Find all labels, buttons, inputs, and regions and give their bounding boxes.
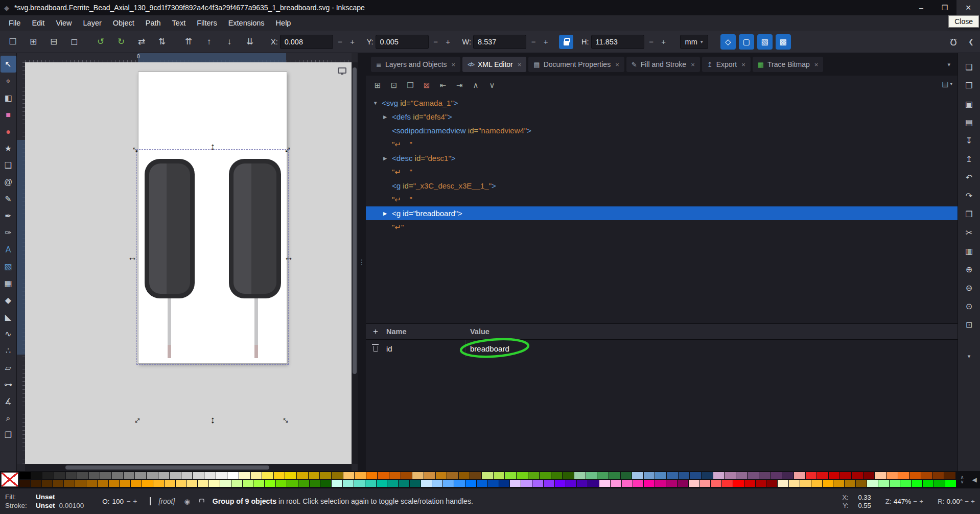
palette-swatch[interactable]	[170, 472, 181, 479]
attribute-row[interactable]: id breadboard	[366, 340, 958, 357]
palette-swatch[interactable]	[690, 472, 701, 479]
raise-to-top-icon[interactable]: ⇈	[180, 34, 197, 50]
palette-swatch[interactable]	[276, 480, 287, 487]
print-document-icon[interactable]: ▤	[961, 114, 977, 130]
palette-swatch[interactable]	[840, 472, 851, 479]
menu-view[interactable]: View	[50, 15, 77, 31]
xml-node-row[interactable]: <sodipodi:namedview id="namedview4">	[366, 124, 958, 137]
move-node-up-icon[interactable]: ∧	[468, 78, 483, 92]
palette-swatch[interactable]	[563, 472, 574, 479]
palette-swatch[interactable]	[320, 472, 331, 479]
close-tab-icon[interactable]: ×	[615, 61, 619, 68]
palette-swatch[interactable]	[782, 472, 794, 479]
add-attribute-button[interactable]: +	[370, 326, 381, 337]
palette-swatch[interactable]	[377, 480, 387, 487]
palette-swatch[interactable]	[186, 480, 197, 487]
vertical-scrollbar[interactable]	[352, 62, 358, 464]
pen-tool[interactable]: ✒	[1, 207, 16, 224]
eraser-tool[interactable]: ▱	[1, 359, 16, 376]
palette-swatch[interactable]	[31, 472, 42, 479]
palette-swatch[interactable]	[112, 472, 123, 479]
units-dropdown[interactable]: mm ▾	[680, 35, 708, 49]
palette-swatch[interactable]	[98, 480, 108, 487]
palette-swatch[interactable]	[713, 472, 725, 479]
palette-swatch[interactable]	[510, 480, 521, 487]
palette-swatch[interactable]	[574, 472, 586, 479]
zoom-out-icon[interactable]: ⊖	[961, 280, 977, 296]
xml-text-node-row[interactable]: "↵ "	[366, 193, 958, 206]
scale-handle-w[interactable]: ↔	[127, 252, 138, 263]
height-input[interactable]	[591, 35, 644, 49]
xml-node-row[interactable]: ▼<svg id="Camada_1">	[366, 96, 958, 110]
menu-file[interactable]: File	[3, 15, 26, 31]
palette-swatch[interactable]	[555, 480, 566, 487]
pages-tool[interactable]: ❐	[1, 427, 16, 443]
x-plus-button[interactable]: +	[347, 35, 358, 49]
palette-swatch[interactable]	[42, 472, 54, 479]
snap-controls-icon[interactable]: Ω	[945, 34, 962, 50]
palette-swatch[interactable]	[852, 472, 863, 479]
tab-trace-bitmap[interactable]: ▦ Trace Bitmap ×	[753, 57, 824, 72]
palette-swatch[interactable]	[733, 480, 744, 487]
selection-cue-icon[interactable]: ◻	[65, 34, 83, 50]
measure-tool[interactable]: ∡	[1, 393, 16, 410]
palette-swatch[interactable]	[778, 480, 788, 487]
xml-node-row[interactable]: <g id="_x3C_desc_x3E__1_">	[366, 179, 958, 193]
delete-node-icon[interactable]: ⊠	[419, 78, 434, 92]
paste-icon[interactable]: ▥	[961, 243, 977, 259]
collapse-toolbar-icon[interactable]: ❮	[968, 38, 974, 45]
palette-swatch[interactable]	[588, 480, 599, 487]
rotation-plus-button[interactable]: +	[971, 498, 975, 505]
palette-swatch[interactable]	[204, 472, 216, 479]
opacity-minus-button[interactable]: −	[126, 497, 130, 505]
x-input[interactable]	[280, 35, 333, 49]
palette-swatch[interactable]	[401, 472, 412, 479]
palette-swatch[interactable]	[198, 480, 208, 487]
palette-swatch[interactable]	[227, 472, 239, 479]
palette-swatch[interactable]	[689, 480, 699, 487]
palette-swatch[interactable]	[147, 472, 158, 479]
import-icon[interactable]: ↧	[961, 133, 977, 149]
scale-handle-se[interactable]: ↔	[278, 411, 294, 427]
palette-swatch[interactable]	[297, 472, 308, 479]
palette-swatch[interactable]	[644, 472, 655, 479]
attribute-value[interactable]: breadboard	[470, 344, 509, 353]
palette-swatch[interactable]	[932, 472, 944, 479]
tweak-tool[interactable]: ∿	[1, 325, 16, 342]
palette-swatch[interactable]	[909, 472, 921, 479]
palette-swatch[interactable]	[193, 472, 204, 479]
delete-attribute-icon[interactable]	[373, 346, 378, 352]
palette-swatch[interactable]	[253, 480, 264, 487]
palette-swatch[interactable]	[310, 480, 320, 487]
palette-swatch[interactable]	[89, 472, 100, 479]
palette-swatch[interactable]	[829, 472, 840, 479]
display-mode-icon[interactable]	[338, 67, 346, 74]
rotation-minus-button[interactable]: −	[965, 498, 969, 505]
duplicate-node-icon[interactable]: ❐	[403, 78, 418, 92]
tab-document-properties[interactable]: ▤ Document Properties ×	[528, 57, 624, 72]
palette-swatch[interactable]	[725, 472, 736, 479]
xml-text-node-row[interactable]: "↵ "	[366, 165, 958, 179]
palette-swatch[interactable]	[124, 472, 135, 479]
dropper-tool[interactable]: ◆	[1, 292, 16, 309]
palette-swatch[interactable]	[31, 480, 41, 487]
y-minus-button[interactable]: −	[431, 35, 441, 49]
undo-icon[interactable]: ↶	[961, 170, 977, 185]
palette-swatch[interactable]	[365, 480, 376, 487]
zoom-minus-button[interactable]: −	[913, 498, 917, 505]
palette-swatch[interactable]	[900, 480, 911, 487]
palette-swatch[interactable]	[499, 480, 510, 487]
open-document-icon[interactable]: ❒	[961, 78, 977, 94]
palette-swatch[interactable]	[42, 480, 53, 487]
palette-swatch[interactable]	[66, 472, 77, 479]
palette-swatch[interactable]	[599, 480, 610, 487]
palette-swatch[interactable]	[19, 480, 30, 487]
palette-swatch[interactable]	[459, 472, 470, 479]
more-commands-icon[interactable]: ▾	[961, 348, 977, 364]
calligraphy-tool[interactable]: ✑	[1, 224, 16, 241]
palette-collapse-icon[interactable]: ◀	[969, 476, 980, 483]
palette-swatch[interactable]	[700, 480, 711, 487]
text-tool[interactable]: A	[1, 241, 16, 258]
close-button[interactable]: ✕	[956, 0, 980, 15]
palette-swatch[interactable]	[64, 480, 75, 487]
